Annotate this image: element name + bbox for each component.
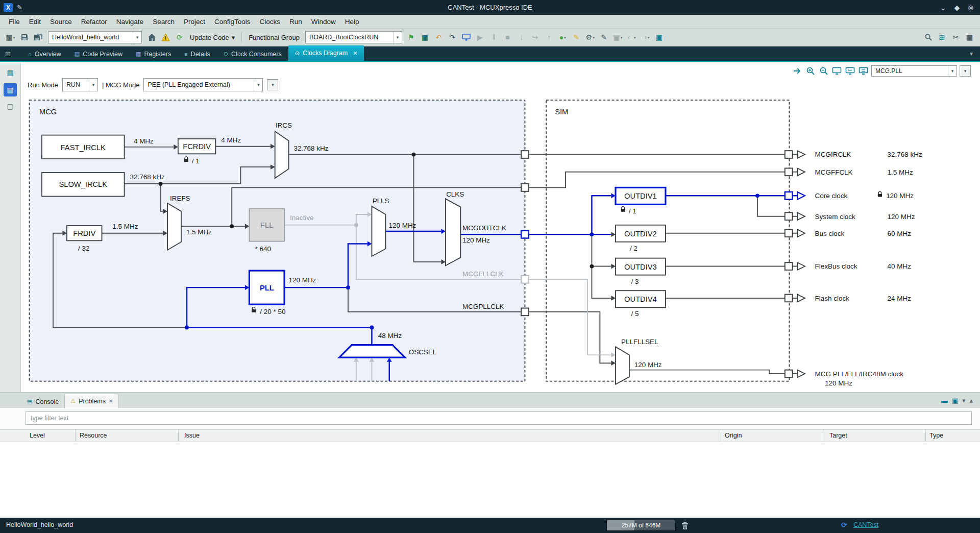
- tab-registers[interactable]: ▦Registers: [129, 47, 178, 61]
- project-link[interactable]: CANTest: [853, 521, 878, 528]
- profile-icon[interactable]: ●▾: [556, 31, 569, 44]
- menu-file[interactable]: File: [4, 16, 24, 27]
- new-wizard-button[interactable]: ▤▾: [4, 31, 17, 44]
- tab-clock-consumers[interactable]: ⊙Clock Consumers: [217, 47, 288, 61]
- menu-search[interactable]: Search: [148, 16, 179, 27]
- port-mcgpllclk[interactable]: [521, 308, 529, 316]
- close-button[interactable]: ⊗: [968, 4, 974, 12]
- heap-status-widget[interactable]: 257M of 646M: [606, 520, 676, 531]
- save-button[interactable]: [18, 31, 31, 44]
- mcg-mode-combo[interactable]: PEE (PLL Engaged External) ▾: [143, 78, 263, 91]
- suspend-icon[interactable]: ‖: [487, 31, 500, 44]
- menu-window[interactable]: Window: [307, 16, 340, 27]
- step-over-icon[interactable]: ↪: [529, 31, 542, 44]
- column-target[interactable]: Target: [829, 432, 847, 439]
- port-mcgoutclk[interactable]: [521, 231, 529, 238]
- brush-icon[interactable]: ✎: [598, 31, 610, 44]
- menu-configtools[interactable]: ConfigTools: [210, 16, 255, 27]
- terminate-icon[interactable]: ■: [501, 31, 514, 44]
- tab-code-preview[interactable]: ▤Code Preview: [68, 47, 129, 61]
- monitor-icon[interactable]: [460, 31, 473, 44]
- menu-project[interactable]: Project: [179, 16, 210, 27]
- garbage-collect-button[interactable]: [679, 520, 691, 531]
- flag-icon[interactable]: ⚑: [405, 31, 418, 44]
- menu-clocks[interactable]: Clocks: [255, 16, 285, 27]
- tab-details[interactable]: ≡Details: [178, 47, 217, 61]
- column-level[interactable]: Level: [30, 432, 45, 439]
- column-type[interactable]: Type: [929, 432, 943, 439]
- output-port[interactable]: [785, 151, 793, 158]
- pllfllsel-mux[interactable]: [616, 347, 629, 384]
- annotate-icon[interactable]: ✎: [570, 31, 583, 44]
- forward-icon[interactable]: ⇒▾: [639, 31, 652, 44]
- run-mode-combo[interactable]: RUN ▾: [62, 78, 98, 91]
- search-icon[interactable]: [922, 31, 935, 44]
- fit-screen-icon[interactable]: [831, 66, 842, 77]
- warning-icon[interactable]: [159, 31, 172, 44]
- palette-details-view-button[interactable]: ▢: [4, 100, 17, 113]
- debug-icon[interactable]: ▶: [474, 31, 486, 44]
- panel-restore-chevron-icon[interactable]: ▴: [969, 397, 973, 404]
- clks-mux[interactable]: [446, 199, 460, 265]
- actual-size-icon[interactable]: [845, 66, 855, 77]
- view-menu-chevron[interactable]: ▾: [960, 65, 971, 77]
- navigate-arrow-icon[interactable]: [792, 66, 802, 77]
- tab-clocks-diagram[interactable]: ⊙Clocks Diagram✕: [288, 45, 364, 61]
- close-icon[interactable]: ✕: [353, 50, 357, 57]
- irefs-mux[interactable]: [167, 203, 181, 250]
- gear-icon[interactable]: ⚙▾: [584, 31, 597, 44]
- zoom-out-icon[interactable]: [818, 66, 829, 77]
- redo-icon[interactable]: ↷: [446, 31, 459, 44]
- tab-problems[interactable]: ⚠ Problems ✕: [64, 394, 119, 408]
- perspective-grid-icon[interactable]: ▦: [963, 31, 976, 44]
- port-mcgirclk[interactable]: [521, 151, 529, 158]
- minimize-button[interactable]: ⌄: [940, 4, 946, 12]
- step-return-icon[interactable]: ↑: [543, 31, 555, 44]
- palette-diagram-view-button[interactable]: ▦: [4, 83, 17, 96]
- new-file-icon[interactable]: ▤▾: [611, 31, 624, 44]
- plls-mux[interactable]: [372, 206, 385, 256]
- close-icon[interactable]: ✕: [109, 398, 113, 404]
- menu-source[interactable]: Source: [45, 16, 77, 27]
- panel-menu-chevron-icon[interactable]: ▾: [962, 397, 966, 404]
- mcg-mode-menu-chevron[interactable]: ▾: [267, 79, 278, 90]
- tab-overview[interactable]: ⌂Overview: [21, 47, 68, 61]
- output-port[interactable]: [785, 168, 793, 176]
- port-mcgffclk[interactable]: [521, 184, 529, 191]
- problems-filter-input[interactable]: [26, 411, 972, 425]
- output-port[interactable]: [785, 370, 793, 378]
- column-resource[interactable]: Resource: [80, 432, 107, 439]
- full-screen-icon[interactable]: [858, 66, 869, 77]
- undo-icon[interactable]: ↶: [432, 31, 445, 44]
- output-port[interactable]: [785, 192, 793, 200]
- step-into-icon[interactable]: ↓: [515, 31, 528, 44]
- diagram-view-combo[interactable]: MCG.PLL ▾: [871, 65, 957, 77]
- tab-overflow-chevron-icon[interactable]: ▾: [970, 50, 973, 57]
- functional-group-combo[interactable]: BOARD_BootClockRUN ▾: [305, 31, 402, 43]
- home-button[interactable]: [145, 31, 158, 44]
- port-mcgfllclk[interactable]: [521, 276, 529, 283]
- menu-help[interactable]: Help: [340, 16, 364, 27]
- column-origin[interactable]: Origin: [725, 432, 742, 439]
- scissors-icon[interactable]: ✂: [949, 31, 962, 44]
- palette-table-view-button[interactable]: ▦: [4, 66, 17, 79]
- output-port[interactable]: [785, 229, 793, 237]
- project-combo[interactable]: HelloWorld_hello_world ▾: [48, 31, 142, 43]
- maximize-button[interactable]: ◆: [954, 4, 960, 12]
- editor-list-icon[interactable]: ⊞: [5, 50, 11, 58]
- open-perspective-icon[interactable]: ⊞: [936, 31, 948, 44]
- menu-refactor[interactable]: Refactor: [77, 16, 112, 27]
- clock-table-icon[interactable]: ▦: [419, 31, 431, 44]
- minimize-panel-icon[interactable]: ▬: [941, 397, 948, 404]
- zoom-in-icon[interactable]: [805, 66, 816, 77]
- pin-editor-icon[interactable]: ▣: [653, 31, 666, 44]
- save-all-button[interactable]: [32, 31, 44, 44]
- output-port[interactable]: [785, 212, 793, 220]
- menu-run[interactable]: Run: [285, 16, 307, 27]
- back-icon[interactable]: ⇐▾: [625, 31, 638, 44]
- output-port[interactable]: [785, 295, 793, 302]
- menu-edit[interactable]: Edit: [24, 16, 45, 27]
- oscsel-mux[interactable]: [339, 345, 405, 357]
- column-issue[interactable]: Issue: [184, 432, 200, 439]
- tab-console[interactable]: ▤ Console: [21, 395, 64, 408]
